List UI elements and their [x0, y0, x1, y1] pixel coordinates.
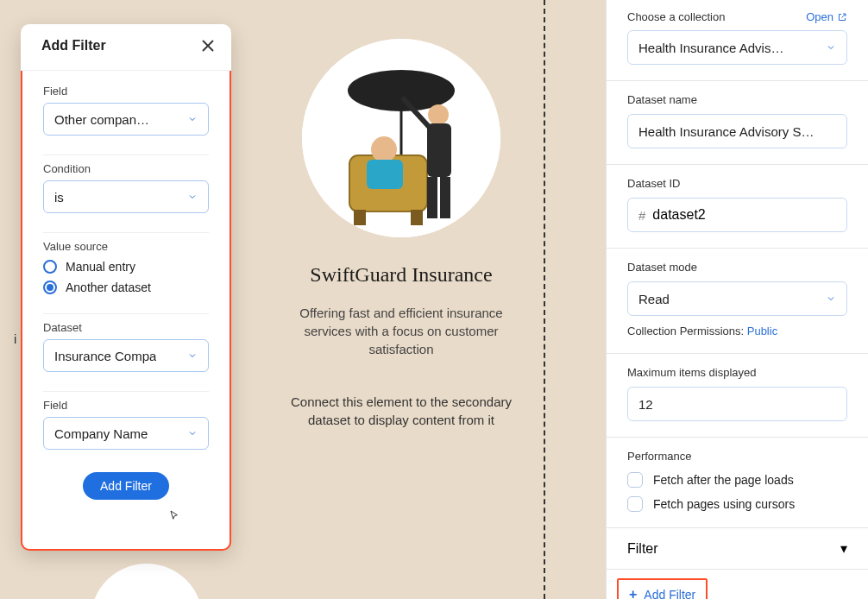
divider [43, 313, 209, 314]
collection-label: Choose a collection [627, 10, 725, 23]
divider [43, 154, 209, 155]
radio-manual-entry[interactable]: Manual entry [43, 260, 209, 274]
dataset-name-input[interactable] [627, 114, 847, 148]
cursor-icon [167, 509, 181, 523]
collection-select-value: Health Insurance Advis… [638, 41, 783, 55]
add-filter-label: Add Filter [644, 588, 695, 599]
divider [43, 232, 209, 233]
radio-another-dataset[interactable]: Another dataset [43, 281, 209, 294]
chevron-down-icon [187, 428, 198, 438]
chevron-down-icon [187, 114, 198, 124]
popover-title: Add Filter [41, 38, 106, 54]
condition-select-value: is [54, 190, 64, 205]
checkbox-icon [627, 472, 643, 488]
fetch-cursor-checkbox[interactable]: Fetch pages using cursors [627, 496, 847, 512]
add-filter-popover: Add Filter Field Other compan… Condition… [21, 26, 231, 551]
radio-off-icon [43, 260, 57, 274]
close-icon [198, 36, 217, 55]
dataset-id-field[interactable]: # dataset2 [627, 198, 847, 232]
svg-point-5 [371, 136, 397, 162]
plus-icon: + [629, 587, 637, 599]
fetch-cursor-label: Fetch pages using cursors [653, 497, 795, 511]
card-title: SwiftGuard Insurance [310, 263, 492, 287]
dataset-mode-label: Dataset mode [627, 261, 697, 274]
svg-rect-7 [354, 210, 366, 225]
radio-on-icon [43, 281, 57, 294]
dataset-settings-panel: Choose a collection Open Health Insuranc… [606, 0, 868, 599]
max-items-section: Maximum items displayed [607, 354, 868, 438]
chevron-down-icon [826, 42, 836, 53]
content-card: SwiftGuard Insurance Offering fast and e… [276, 39, 526, 429]
chevron-down-icon [187, 350, 198, 361]
field2-select-value: Company Name [54, 426, 148, 441]
card-description: Offering fast and efficient insurance se… [276, 304, 526, 358]
add-filter-submit-button[interactable]: Add Filter [83, 472, 169, 500]
dataset-name-label: Dataset name [627, 93, 697, 106]
performance-label: Performance [627, 450, 691, 463]
open-link-text: Open [806, 10, 833, 23]
external-link-icon [837, 12, 847, 22]
collection-select[interactable]: Health Insurance Advis… [627, 30, 847, 65]
open-collection-link[interactable]: Open [806, 10, 847, 23]
field-label: Field [43, 85, 209, 98]
max-items-input[interactable] [627, 387, 847, 421]
caret-down-icon: ▾ [840, 540, 847, 557]
svg-rect-11 [427, 177, 437, 218]
dataset-select[interactable]: Insurance Compa [43, 339, 209, 372]
radio-manual-label: Manual entry [66, 260, 135, 274]
value-source-label: Value source [43, 240, 209, 253]
svg-rect-6 [367, 160, 403, 189]
condition-label: Condition [43, 162, 209, 175]
checkbox-icon [627, 496, 643, 512]
chevron-down-icon [826, 293, 836, 304]
filter-header-label: Filter [627, 541, 658, 557]
fetch-after-load-checkbox[interactable]: Fetch after the page loads [627, 472, 847, 488]
dataset-mode-value: Read [638, 292, 670, 306]
dataset-select-value: Insurance Compa [54, 349, 156, 363]
field2-select[interactable]: Company Name [43, 417, 209, 450]
dataset-id-label: Dataset ID [627, 177, 680, 190]
card-image [302, 39, 500, 237]
hash-icon: # [638, 208, 645, 223]
dataset-label: Dataset [43, 321, 209, 334]
card-connect-hint: Connect this element to the secondary da… [276, 393, 526, 429]
canvas-left-hint: i [14, 331, 16, 346]
collection-section: Choose a collection Open Health Insuranc… [607, 0, 868, 81]
dataset-mode-select[interactable]: Read [627, 281, 847, 316]
field-select[interactable]: Other compan… [43, 103, 209, 136]
radio-another-label: Another dataset [66, 281, 151, 294]
dataset-mode-section: Dataset mode Read Collection Permissions… [607, 249, 868, 354]
field2-label: Field [43, 399, 209, 412]
chevron-down-icon [187, 192, 198, 202]
performance-section: Performance Fetch after the page loads F… [607, 438, 868, 528]
svg-point-9 [428, 104, 449, 125]
add-filter-button[interactable]: + Add Filter [617, 578, 708, 599]
permission-label: Collection Permissions: [627, 325, 744, 337]
card-image-next [91, 564, 203, 599]
field-select-value: Other compan… [54, 112, 149, 127]
permission-link[interactable]: Public [747, 325, 777, 337]
dataset-id-value: dataset2 [652, 207, 705, 223]
card-illustration [302, 39, 500, 237]
svg-rect-12 [440, 177, 450, 218]
dataset-name-section: Dataset name [607, 81, 868, 165]
fetch-after-label: Fetch after the page loads [653, 473, 794, 487]
close-button[interactable] [198, 36, 217, 55]
svg-rect-8 [411, 210, 423, 225]
max-items-label: Maximum items displayed [627, 366, 757, 379]
divider [43, 391, 209, 392]
canvas-divider [544, 0, 545, 599]
condition-select[interactable]: is [43, 180, 209, 213]
filter-section-header[interactable]: Filter ▾ [607, 528, 868, 570]
dataset-id-section: Dataset ID # dataset2 [607, 165, 868, 249]
